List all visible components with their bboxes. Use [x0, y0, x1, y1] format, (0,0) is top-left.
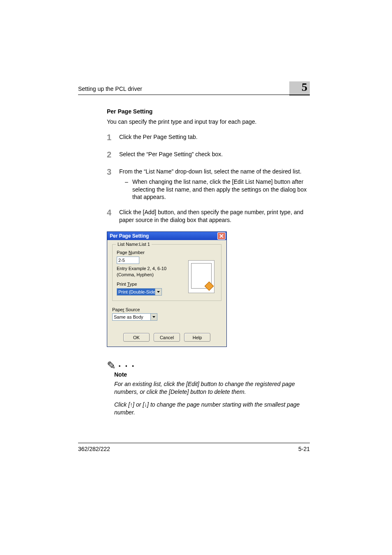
section-intro: You can specify the print type and input… — [107, 118, 310, 126]
ok-button[interactable]: OK — [123, 333, 150, 342]
note-header: ✎ . . . — [107, 358, 310, 371]
chevron-down-icon — [155, 289, 161, 295]
chapter-badge: 5 — [289, 81, 310, 95]
page: Setting up the PCL driver 5 Per Page Set… — [0, 0, 392, 555]
close-icon — [219, 234, 224, 238]
chevron-down-icon — [150, 314, 157, 320]
cancel-button[interactable]: Cancel — [154, 333, 180, 342]
paper-source-value: Same as Body — [113, 314, 150, 320]
list-legend: List Name:List 1 — [116, 241, 152, 247]
step-3-text: From the “List Name” drop-down list, sel… — [119, 168, 302, 175]
step-1-text: Click the Per Page Setting tab. — [119, 133, 310, 141]
help-button[interactable]: Help — [184, 333, 210, 342]
step-3-number: 3 — [107, 166, 119, 178]
per-page-setting-dialog: Per Page Setting List Name:List 1 Page N… — [107, 231, 227, 347]
list-fieldset: List Name:List 1 Page Number Entry Examp… — [112, 244, 221, 301]
dialog-button-row: OK Cancel Help — [112, 333, 221, 342]
footer-rule — [78, 443, 310, 443]
dialog-title: Per Page Setting — [110, 233, 149, 239]
step-2: 2 Select the “Per Page Setting” check bo… — [107, 150, 310, 160]
content: Per Page Setting You can specify the pri… — [107, 108, 310, 421]
step-1: 1 Click the Per Page Setting tab. — [107, 133, 310, 143]
step-1-number: 1 — [107, 132, 119, 143]
step-4-number: 4 — [107, 207, 119, 218]
step-3-sub-text: When changing the list name, click the [… — [132, 178, 310, 201]
step-4: 4 Click the [Add] button, and then speci… — [107, 208, 310, 224]
footer-left: 362/282/222 — [78, 446, 110, 452]
chapter-number: 5 — [302, 81, 307, 94]
paper-source-label: Paper Source — [112, 307, 221, 313]
step-3-body: From the “List Name” drop-down list, sel… — [119, 168, 310, 201]
note-body-1: For an existing list, click the [Edit] b… — [114, 380, 310, 396]
note-dots: . . . — [118, 358, 135, 370]
step-3: 3 From the “List Name” drop-down list, s… — [107, 168, 310, 201]
print-type-select[interactable]: Print (Double-Sided) — [117, 288, 162, 296]
page-number-input[interactable] — [117, 257, 139, 264]
step-2-number: 2 — [107, 149, 119, 160]
note-icon: ✎ — [107, 360, 116, 371]
close-button[interactable] — [217, 232, 226, 240]
step-2-text: Select the “Per Page Setting” check box. — [119, 150, 310, 158]
print-type-value: Print (Double-Sided) — [117, 289, 155, 295]
page-number-label: Page Number — [117, 250, 217, 256]
section-heading: Per Page Setting — [107, 108, 310, 116]
paper-source-select[interactable]: Same as Body — [112, 313, 157, 321]
dialog-body: List Name:List 1 Page Number Entry Examp… — [107, 240, 226, 347]
dialog-titlebar[interactable]: Per Page Setting — [107, 232, 226, 240]
header-rule — [78, 95, 310, 95]
step-3-sub-dash: – — [125, 178, 132, 201]
step-3-sub: – When changing the list name, click the… — [119, 178, 310, 201]
note-label: Note — [114, 371, 310, 379]
note-body-2: Click [↑] or [↓] to change the page numb… — [114, 401, 310, 416]
step-4-text: Click the [Add] button, and then specify… — [119, 208, 310, 224]
page-preview — [188, 260, 214, 293]
running-header: Setting up the PCL driver — [78, 86, 142, 92]
footer-right: 5-21 — [298, 446, 310, 452]
